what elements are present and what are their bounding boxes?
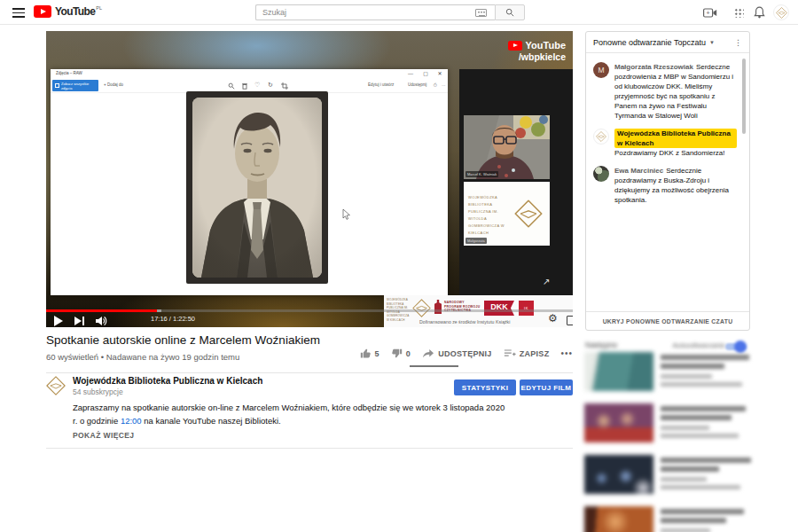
svg-text:+: +	[706, 10, 709, 16]
divider	[46, 372, 573, 373]
related-video-row[interactable]	[584, 506, 798, 532]
edit-video-button[interactable]: EDYTUJ FILM	[520, 379, 573, 395]
more-actions-icon[interactable]: •••	[560, 348, 573, 358]
like-count: 5	[375, 349, 379, 358]
apps-grid-icon[interactable]	[734, 8, 744, 18]
volume-icon[interactable]	[96, 316, 107, 326]
progress-handle[interactable]	[157, 309, 161, 312]
account-avatar[interactable]	[773, 4, 789, 20]
play-button[interactable]	[54, 316, 63, 326]
related-video-row[interactable]	[584, 455, 798, 494]
chat-author-highlighted[interactable]: Wojewódzka Biblioteka Publiczna w Kielca…	[614, 129, 737, 148]
chat-avatar[interactable]	[593, 166, 609, 182]
blurred-channel-line	[661, 528, 710, 532]
channel-avatar[interactable]	[46, 376, 66, 395]
channel-name[interactable]: Wojewódzka Biblioteka Publiczna w Kielca…	[73, 376, 262, 386]
chat-author[interactable]: Ewa Marciniec	[614, 167, 663, 175]
blurred-title-line	[661, 458, 751, 463]
chat-avatar[interactable]: M	[593, 62, 609, 78]
youtube-wordmark: YouTube	[55, 5, 95, 18]
search-icon	[505, 8, 514, 17]
notifications-bell-icon[interactable]	[754, 6, 765, 19]
related-header: Następne Autoodtwarzanie	[585, 340, 750, 353]
related-thumbnail[interactable]	[584, 403, 653, 442]
chevron-down-icon[interactable]: ▼	[709, 40, 715, 45]
channel-subscribers: 54 subskrypcje	[73, 387, 123, 396]
blurred-title-line	[661, 364, 724, 369]
blurred-channel-line	[661, 477, 707, 481]
search-input[interactable]	[255, 4, 495, 20]
channel-watermark: YouTube /wbpkielce	[508, 40, 566, 63]
youtube-logo[interactable]: YouTube PL	[34, 5, 102, 18]
blurred-views-line	[661, 485, 740, 489]
autoplay-toggle[interactable]	[725, 343, 747, 350]
chat-messages: M Małgorzata RzeszowiakSerdeczne pozdrow…	[586, 54, 749, 313]
dislike-button[interactable]: 0	[391, 348, 411, 359]
share-button[interactable]: UDOSTĘPNIJ	[422, 348, 492, 359]
delete-icon	[241, 82, 248, 90]
blurred-views-line	[661, 434, 739, 438]
chat-text: Pozdrawiamy DKK z Sandomierza!	[614, 149, 725, 157]
participants-column: Marcel K. Woźniak Wojewódzka Biblioteka …	[459, 69, 573, 295]
see-all-photos-button: Zobacz wszystkie zdjęcia	[52, 80, 98, 91]
watermark-handle: /wbpkielce	[508, 51, 566, 63]
chat-scrollbar[interactable]	[742, 59, 746, 134]
create-video-icon[interactable]: +	[703, 8, 717, 18]
speaker-name-label: Marcel K. Woźniak	[466, 171, 498, 177]
minimize-icon: —	[403, 69, 418, 78]
participant-name-label: Małgorzata	[466, 238, 487, 244]
menu-icon[interactable]	[12, 8, 25, 18]
progress-bar[interactable]	[46, 309, 573, 312]
show-more-button[interactable]: POKAŻ WIĘCEJ	[73, 431, 135, 440]
add-to-label: + Dodaj do	[104, 82, 123, 87]
keyboard-icon[interactable]	[475, 9, 487, 17]
see-all-label: Zobacz wszystkie zdjęcia	[61, 82, 98, 90]
video-player[interactable]: YouTube /wbpkielce Zdjęcia – RAW — ▢ ✕ Z…	[46, 31, 573, 327]
blurred-title-line	[661, 466, 719, 472]
top-app-bar: YouTube PL +	[0, 0, 798, 25]
library-diamond-logo-icon	[776, 7, 787, 19]
chat-avatar[interactable]	[593, 129, 609, 145]
blurred-views-line	[661, 382, 742, 387]
chat-message: Wojewódzka Biblioteka Publiczna w Kielca…	[593, 129, 737, 158]
search-button[interactable]	[495, 4, 525, 20]
video-meta: 60 wyświetleń • Nadawane na żywo 19 godz…	[46, 352, 239, 362]
chat-text: Serdeczne pozdrowienia z MBP w Sandomier…	[614, 63, 733, 120]
favorite-heart-icon: ♡	[254, 82, 260, 89]
youtube-watch-page: YouTube PL +	[0, 0, 798, 532]
like-button[interactable]: 5	[360, 348, 379, 359]
region-label: PL	[96, 5, 102, 11]
autoplay-toggle-knob	[734, 340, 747, 353]
related-video-row[interactable]	[584, 403, 798, 442]
playlist-add-icon	[504, 348, 516, 358]
miniplayer-icon[interactable]	[567, 316, 573, 325]
speaker-webcam: Marcel K. Woźniak	[464, 115, 550, 179]
photos-app-window: Zdjęcia – RAW — ▢ ✕ Zobacz wszystkie zdj…	[51, 69, 448, 295]
hide-chat-replay-button[interactable]: UKRYJ PONOWNE ODTWARZANIE CZATU	[586, 311, 749, 330]
library-diamond-logo-icon	[514, 200, 543, 228]
save-button[interactable]: ZAPISZ	[504, 348, 550, 358]
related-thumbnail[interactable]	[584, 506, 653, 532]
settings-gear-icon[interactable]: ⚙	[548, 312, 558, 325]
blurred-title-line	[661, 509, 744, 514]
next-button[interactable]	[74, 317, 84, 325]
speaker-video	[464, 115, 550, 179]
library-diamond-logo-icon	[46, 376, 66, 395]
blurred-title-line	[661, 518, 726, 523]
dislike-count: 0	[406, 349, 411, 358]
blurred-channel-line	[661, 374, 712, 379]
funding-credit-text: Dofinansowano ze środków Instytutu Książ…	[419, 319, 510, 325]
statistics-button[interactable]: STATYSTYKI	[454, 379, 516, 395]
old-photograph	[186, 91, 328, 284]
chat-author[interactable]: Małgorzata Rzeszowiak	[614, 63, 693, 71]
dkk-logo: DKK	[484, 301, 514, 316]
library-diamond-logo-icon	[596, 131, 606, 142]
blurred-title-line	[661, 415, 732, 420]
timestamp-link[interactable]: 12:00	[121, 416, 142, 426]
related-video-row[interactable]	[584, 352, 798, 391]
related-thumbnail[interactable]	[584, 455, 653, 494]
chat-header-label[interactable]: Ponowne odtwarzanie Topczatu	[593, 38, 706, 47]
related-thumbnail[interactable]	[584, 352, 653, 391]
chat-menu-icon[interactable]: ⋮	[734, 40, 742, 45]
search-bar	[255, 4, 525, 20]
